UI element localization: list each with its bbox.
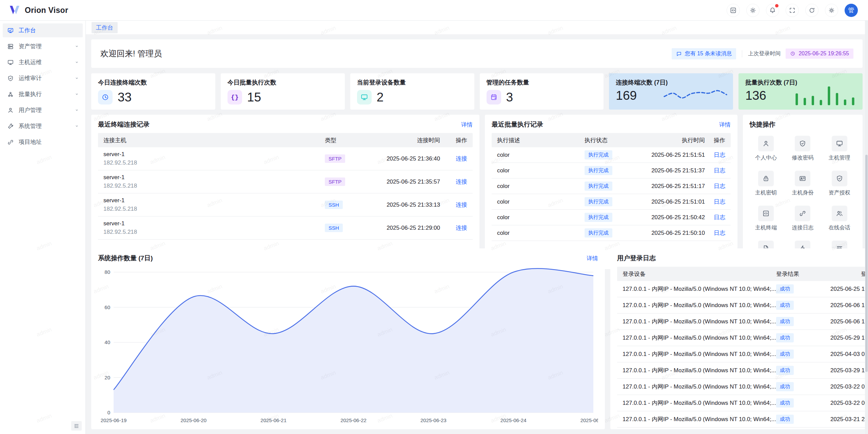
chevron-down-icon <box>74 44 79 49</box>
stat-card-今日批量执行次数: 今日批量执行次数{}15 <box>221 73 345 110</box>
settings-gear-button[interactable] <box>825 4 838 17</box>
quick-action-资产授权[interactable]: 资产授权 <box>821 171 858 196</box>
quick-action-连接日志[interactable]: 连接日志 <box>784 206 821 231</box>
table-row: server-1182.92.5.218SSH2025-06-25 21:29:… <box>98 216 473 240</box>
table-row: 127.0.0.1 - 内网IP - Mozilla/5.0 (Windows … <box>617 281 868 297</box>
quick-action-主机终端[interactable]: 主机终端 <box>748 206 784 231</box>
exec-records-detail-link[interactable]: 详情 <box>719 121 731 129</box>
exec-desc: color <box>497 214 585 221</box>
ops-chart-card: 系统操作数量 (7日) 详情 0204060802025-06-192025-0… <box>91 248 605 429</box>
connect-time: 2025-06-25 21:36:40 <box>362 155 440 162</box>
quick-action-修改密码[interactable]: 修改密码 <box>784 136 821 162</box>
settings-gear-icon <box>828 7 835 14</box>
sidebar-item-label: 项目地址 <box>19 138 79 146</box>
user-avatar[interactable]: 管 <box>845 4 858 17</box>
connect-link[interactable]: 连接 <box>456 225 467 231</box>
refresh-button[interactable] <box>805 4 818 17</box>
sidebar-item-主机运维[interactable]: 主机运维 <box>3 55 83 69</box>
stat-value: 15 <box>247 90 261 105</box>
login-log-card: 用户登录日志 详情 登录设备登录结果登录时间127.0.0.1 - 内网IP -… <box>610 248 868 429</box>
code-square-button[interactable] <box>727 4 740 17</box>
audit-icon <box>836 175 843 182</box>
orion-visor-logo-icon <box>9 5 20 15</box>
quick-action-label: 资产授权 <box>829 189 850 196</box>
exec-status-badge: 执行完成 <box>585 182 612 191</box>
login-device: 127.0.0.1 - 内网IP - Mozilla/5.0 (Windows … <box>623 318 776 325</box>
sidebar-item-label: 用户管理 <box>19 106 74 114</box>
connect-link[interactable]: 连接 <box>456 178 467 185</box>
quick-actions-card: 快捷操作 个人中心修改密码主机管理主机密钥主机身份资产授权主机终端连接日志在线会… <box>743 115 863 269</box>
exec-desc: color <box>497 199 585 205</box>
log-link[interactable]: 日志 <box>714 199 725 205</box>
scrollbar-thumb[interactable] <box>865 155 868 372</box>
fullscreen-button[interactable] <box>786 4 799 17</box>
table-row: color执行完成2025-06-25 21:50:42日志 <box>492 210 731 225</box>
idcard-icon <box>799 175 806 182</box>
quick-action-在线会话[interactable]: 在线会话 <box>821 206 858 231</box>
user-icon <box>7 107 14 114</box>
clock-icon <box>790 51 795 56</box>
log-link[interactable]: 日志 <box>714 167 725 174</box>
refresh-icon <box>808 7 815 14</box>
exec-time: 2025-06-25 21:51:01 <box>629 199 705 205</box>
unread-messages-badge[interactable]: 您有 15 条未读消息 <box>672 48 736 59</box>
login-time: 2025-05-29 19:43:57 <box>810 335 868 341</box>
exec-status-badge: 执行完成 <box>585 213 612 222</box>
theme-sun-button[interactable] <box>746 4 760 17</box>
log-link[interactable]: 日志 <box>714 152 725 158</box>
chevron-down-icon <box>74 108 79 113</box>
host-name: server-1 <box>103 220 325 228</box>
quick-action-主机身份[interactable]: 主机身份 <box>784 171 821 196</box>
stat-card-管理的任务数量: 管理的任务数量3 <box>480 73 604 110</box>
login-time: 2025-06-25 19:26:55 <box>810 286 868 293</box>
svg-text:2025-06-25: 2025-06-25 <box>580 417 598 423</box>
exec-time: 2025-06-25 21:50:10 <box>629 230 705 237</box>
connect-link[interactable]: 连接 <box>456 155 467 162</box>
stat-card-今日连接终端次数: 今日连接终端次数33 <box>91 73 215 110</box>
log-link[interactable]: 日志 <box>714 230 725 236</box>
host-icon <box>7 59 14 66</box>
notification-dot <box>775 4 778 7</box>
notification-bell-button[interactable] <box>766 4 779 17</box>
quick-action-主机密钥[interactable]: 主机密钥 <box>748 171 784 196</box>
workbench-icon <box>7 27 14 34</box>
login-device: 127.0.0.1 - 内网IP - Mozilla/5.0 (Windows … <box>623 285 776 293</box>
last-login-time: 2025-06-25 19:26:55 <box>798 51 849 57</box>
breadcrumb-workbench[interactable]: 工作台 <box>92 22 118 33</box>
sidebar-item-批量执行[interactable]: 批量执行 <box>3 87 83 101</box>
login-device: 127.0.0.1 - 内网IP - Mozilla/5.0 (Windows … <box>623 383 776 391</box>
column-header: 类型 <box>325 136 362 144</box>
sidebar-item-用户管理[interactable]: 用户管理 <box>3 103 83 117</box>
svg-text:2025-06-21: 2025-06-21 <box>260 417 287 423</box>
ops-chart-detail-link[interactable]: 详情 <box>587 254 598 262</box>
quick-action-个人中心[interactable]: 个人中心 <box>748 136 784 162</box>
svg-text:2025-06-24: 2025-06-24 <box>500 417 527 423</box>
exec-status-badge: 执行完成 <box>585 228 612 238</box>
terminal-records-detail-link[interactable]: 详情 <box>461 121 473 129</box>
login-device: 127.0.0.1 - 内网IP - Mozilla/5.0 (Windows … <box>623 334 776 342</box>
quick-action-主机管理[interactable]: 主机管理 <box>821 136 858 162</box>
audit-icon <box>799 140 806 147</box>
sidebar-item-项目地址[interactable]: 项目地址 <box>3 135 83 149</box>
theme-sun-icon <box>749 7 756 14</box>
divider <box>742 50 742 57</box>
sidebar-item-系统管理[interactable]: 系统管理 <box>3 119 83 133</box>
column-header: 登录时间 <box>810 270 868 278</box>
task-icon <box>490 93 498 101</box>
collapse-sidebar-button[interactable] <box>71 421 82 431</box>
chevron-down-icon <box>74 124 79 129</box>
sidebar-item-运维审计[interactable]: 运维审计 <box>3 71 83 85</box>
sidebar-item-工作台[interactable]: 工作台 <box>3 23 83 37</box>
login-device: 127.0.0.1 - 内网IP - Mozilla/5.0 (Windows … <box>623 366 776 374</box>
login-device: 127.0.0.1 - 内网IP - Mozilla/5.0 (Windows … <box>623 399 776 407</box>
sidebar-item-资产管理[interactable]: 资产管理 <box>3 39 83 53</box>
login-time: 2025-03-29 17:42:50 <box>810 367 868 374</box>
table-row: server-1182.92.5.218SSH2025-06-25 21:33:… <box>98 193 473 216</box>
log-link[interactable]: 日志 <box>714 214 725 221</box>
connect-link[interactable]: 连接 <box>456 202 467 208</box>
log-link[interactable]: 日志 <box>714 183 725 189</box>
login-device: 127.0.0.1 - 内网IP - Mozilla/5.0 (Windows … <box>623 301 776 309</box>
table-row: color执行完成2025-06-25 21:50:10日志 <box>492 225 731 241</box>
exec-desc: color <box>497 183 585 190</box>
table-row: color执行完成2025-06-25 21:51:17日志 <box>492 178 731 194</box>
